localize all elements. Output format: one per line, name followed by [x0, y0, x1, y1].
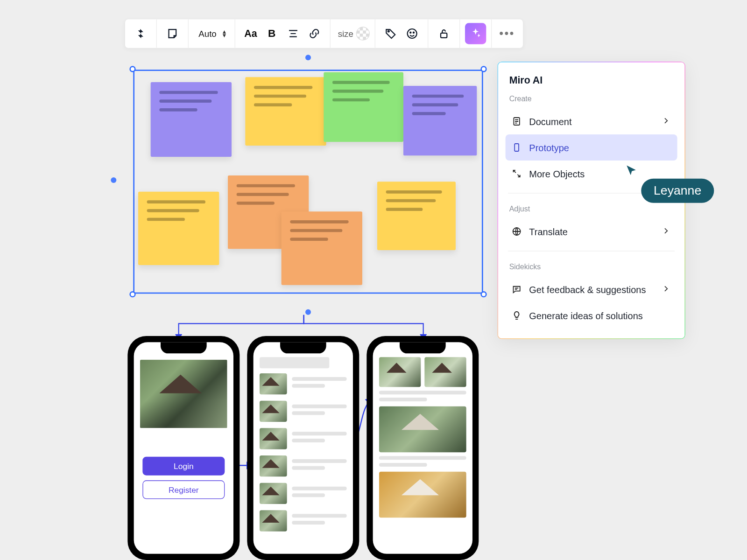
- ai-section-create: Create: [506, 90, 677, 108]
- svg-point-3: [413, 32, 414, 33]
- list-item[interactable]: [260, 455, 347, 476]
- collaborator-name-badge: Leyanne: [641, 179, 714, 203]
- svg-point-2: [410, 32, 411, 33]
- size-auto-select[interactable]: Auto ▲▼: [194, 28, 230, 38]
- document-icon: [512, 116, 521, 126]
- svg-point-0: [388, 31, 389, 32]
- collaborator-cursor: [625, 164, 639, 178]
- sticky-note[interactable]: [138, 192, 219, 265]
- login-button[interactable]: Login: [142, 457, 225, 476]
- mid-handle-top[interactable]: [305, 55, 311, 60]
- sticky-note[interactable]: [282, 211, 362, 285]
- link-button[interactable]: [303, 23, 324, 44]
- globe-icon: [512, 226, 521, 236]
- ai-section-sidekicks: Sidekicks: [506, 258, 677, 276]
- stepper-icon: ▲▼: [221, 30, 227, 37]
- font-button[interactable]: Aa: [240, 23, 261, 44]
- svg-rect-6: [514, 144, 519, 151]
- sticky-note[interactable]: [403, 86, 477, 155]
- card-image-large[interactable]: [379, 406, 466, 453]
- list-item[interactable]: [260, 401, 347, 422]
- list-item[interactable]: [260, 373, 347, 394]
- card-image-large[interactable]: [379, 472, 466, 518]
- ai-item-translate[interactable]: Translate: [506, 218, 677, 245]
- chevron-right-icon: [661, 115, 671, 127]
- phone-mockup-list[interactable]: [247, 336, 359, 560]
- more-button[interactable]: •••: [496, 23, 517, 44]
- ai-panel-title: Miro AI: [506, 75, 677, 90]
- chat-icon: [512, 284, 521, 294]
- chevron-right-icon: [661, 225, 671, 237]
- bold-button[interactable]: B: [261, 23, 282, 44]
- align-button[interactable]: [282, 23, 303, 44]
- resize-handle-tr[interactable]: [480, 66, 486, 72]
- sticky-note[interactable]: [377, 182, 456, 250]
- phone-icon: [512, 142, 521, 152]
- context-toolbar: Auto ▲▼ Aa B size: [125, 19, 523, 49]
- card-image[interactable]: [424, 357, 466, 387]
- sticky-note[interactable]: [245, 77, 326, 146]
- resize-handle-tl[interactable]: [129, 66, 135, 72]
- lock-button[interactable]: [433, 23, 454, 44]
- ai-item-prototype[interactable]: Prototype: [506, 134, 677, 161]
- svg-point-1: [407, 29, 416, 38]
- mid-handle-left[interactable]: [111, 177, 116, 183]
- emoji-button[interactable]: [401, 23, 422, 44]
- resize-handle-br[interactable]: [480, 291, 486, 297]
- ai-item-document[interactable]: Document: [506, 108, 677, 134]
- phone-mockup-detail[interactable]: [366, 336, 479, 560]
- lightbulb-icon: [512, 310, 521, 320]
- list-item[interactable]: [260, 483, 347, 504]
- selection-frame[interactable]: [133, 70, 483, 294]
- sticky-note[interactable]: [151, 82, 232, 157]
- register-button[interactable]: Register: [142, 480, 225, 499]
- tag-button[interactable]: [380, 23, 401, 44]
- list-item[interactable]: [260, 510, 347, 531]
- auto-label: Auto: [196, 28, 219, 38]
- sticky-note[interactable]: [324, 72, 403, 142]
- list-item[interactable]: [260, 428, 347, 449]
- ai-item-feedback[interactable]: Get feedback & suggestions: [506, 276, 677, 302]
- svg-rect-4: [440, 33, 446, 38]
- ai-sparkle-button[interactable]: [465, 23, 486, 44]
- sticky-note-icon[interactable]: [162, 23, 183, 44]
- resize-handle-bl[interactable]: [129, 291, 135, 297]
- fill-color-swatch[interactable]: [356, 27, 369, 40]
- list-header-placeholder: [260, 357, 329, 368]
- hero-image: [140, 360, 227, 428]
- fill-size-label: size: [335, 28, 356, 38]
- jira-icon[interactable]: [130, 23, 151, 44]
- expand-icon: [512, 168, 521, 178]
- card-image[interactable]: [379, 357, 421, 387]
- dots-icon: •••: [500, 27, 515, 40]
- chevron-right-icon: [661, 283, 671, 295]
- mid-handle-bottom[interactable]: [305, 309, 311, 315]
- ai-item-generate-ideas[interactable]: Generate ideas of solutions: [506, 302, 677, 329]
- phone-mockup-login[interactable]: Login Register: [127, 336, 240, 560]
- prototype-phones: Login Register: [127, 336, 479, 560]
